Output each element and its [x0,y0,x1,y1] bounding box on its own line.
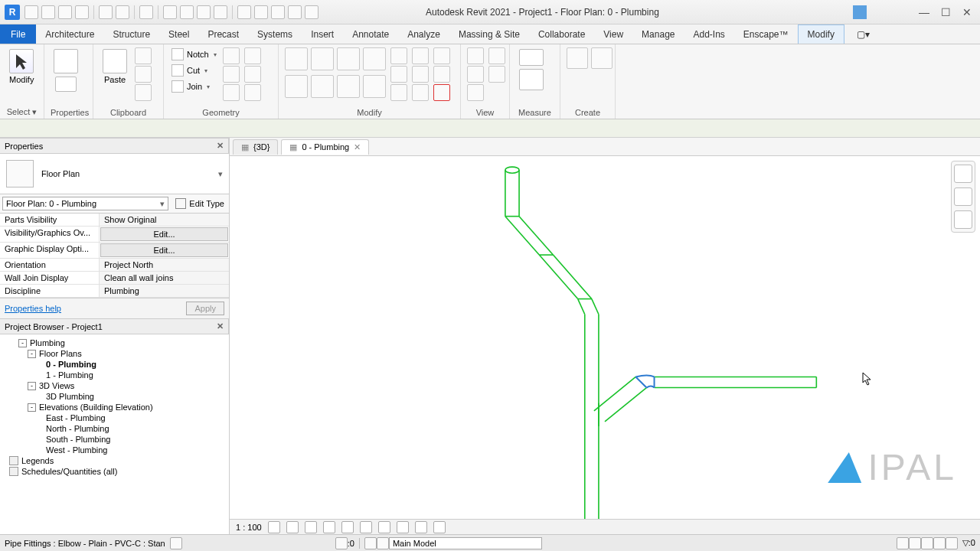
offset-icon[interactable] [311,75,334,98]
tab-collaborate[interactable]: Collaborate [529,24,594,44]
sun-path-icon[interactable] [305,521,317,533]
copy-clipboard-icon[interactable] [135,66,152,83]
tab-systems[interactable]: Systems [248,24,302,44]
drawing-canvas[interactable]: IPAL [230,156,980,519]
crop-view-icon[interactable] [341,521,354,533]
close-icon[interactable]: ✕ [354,142,361,152]
trim-icon[interactable] [390,66,407,83]
select-underlay-icon[interactable] [909,537,921,549]
measure-button[interactable] [516,47,547,92]
reveal-hidden-icon[interactable] [397,521,409,533]
user-icon[interactable] [853,5,867,19]
project-browser-header[interactable]: Project Browser - Project1✕ [0,318,229,334]
qat-undo-icon[interactable] [99,5,113,19]
qat-open-icon[interactable] [41,5,55,19]
apply-button[interactable]: Apply [186,302,224,315]
tab-manage[interactable]: Manage [632,24,684,44]
scale-control[interactable]: 1 : 100 [236,523,262,532]
rotate2-icon[interactable] [337,75,360,98]
geom-f-icon[interactable] [244,84,261,101]
create-a-icon[interactable] [567,47,588,69]
visual-style-icon[interactable] [286,521,299,533]
tree-node[interactable]: -3D Views [0,380,229,391]
view-d-icon[interactable] [488,47,505,64]
pan-icon[interactable] [954,210,972,229]
join-button[interactable]: Join [170,80,218,93]
view-e-icon[interactable] [488,66,505,83]
qat-save-icon[interactable] [58,5,72,19]
maximize-button[interactable]: ☐ [939,6,952,18]
view-a-icon[interactable] [467,47,484,64]
tab-architecture[interactable]: Architecture [36,24,103,44]
view-tab[interactable]: ▦{3D} [233,139,278,155]
qat-new-icon[interactable] [24,5,38,19]
move-icon[interactable] [285,47,308,70]
tree-node[interactable]: North - Plumbing [0,423,229,434]
property-row[interactable]: OrientationProject North [0,259,229,272]
modify-tool-button[interactable]: Modify [6,47,37,86]
rotate-icon[interactable] [337,47,360,70]
view-tab[interactable]: ▦0 - Plumbing✕ [281,139,369,155]
workset-icon[interactable] [364,537,377,549]
tree-node[interactable]: South - Plumbing [0,434,229,445]
array-icon[interactable] [412,47,429,64]
type-selector[interactable]: Floor Plan ▾ [0,154,229,194]
delete-icon[interactable] [433,84,450,101]
qat-print-icon[interactable] [139,5,153,19]
property-row[interactable]: DisciplinePlumbing [0,285,229,298]
ribbon-expand-icon[interactable]: ▢▾ [848,24,879,44]
property-row[interactable]: Graphic Display Opti...Edit... [0,243,229,259]
tree-node[interactable]: -Floor Plans [0,348,229,359]
close-icon[interactable]: ✕ [217,141,224,151]
cut-button[interactable]: Cut [170,64,218,77]
tab-analyze[interactable]: Analyze [398,24,449,44]
qat-tag-icon[interactable] [197,5,211,19]
view-b-icon[interactable] [467,66,484,83]
tab-steel[interactable]: Steel [159,24,198,44]
group-icon[interactable] [433,66,450,83]
tab-add-ins[interactable]: Add-Ins [684,24,733,44]
tree-node[interactable]: Legends [0,455,229,466]
property-row[interactable]: Visibility/Graphics Ov...Edit... [0,227,229,243]
crop-region-icon[interactable] [360,521,372,533]
mirror-icon[interactable] [363,47,386,70]
panel-label-select[interactable]: Select ▾ [6,106,38,117]
match-type-icon[interactable] [135,84,152,101]
geom-e-icon[interactable] [244,66,261,83]
tab-annotate[interactable]: Annotate [343,24,398,44]
tree-node[interactable]: -Elevations (Building Elevation) [0,402,229,412]
notch-button[interactable]: Notch [170,47,218,61]
drag-elements-icon[interactable] [946,537,958,549]
tab-view[interactable]: View [594,24,632,44]
geom-c-icon[interactable] [223,84,240,101]
qat-text-icon[interactable] [214,5,227,19]
shadows-icon[interactable] [323,521,335,533]
create-b-icon[interactable] [591,47,612,69]
property-row[interactable]: Parts VisibilityShow Original [0,214,229,227]
geom-a-icon[interactable] [223,47,240,64]
tree-node[interactable]: 3D Plumbing [0,391,229,402]
qat-thin-icon[interactable] [271,5,285,19]
filter-count[interactable]: ▽:0 [962,538,975,548]
select-link-icon[interactable] [335,537,348,549]
select-pinned-icon[interactable] [921,537,933,549]
home-view-icon[interactable] [954,165,972,183]
select-links-icon[interactable] [897,537,909,549]
qat-close-hidden-icon[interactable] [288,5,302,19]
properties-button[interactable] [51,47,81,93]
instance-combo[interactable]: Floor Plan: 0 - Plumbing [2,197,168,210]
edit-type-button[interactable]: Edit Type [171,194,229,213]
properties-panel-header[interactable]: Properties✕ [0,138,229,154]
search-icon[interactable] [831,5,845,19]
constraints-icon[interactable] [433,521,446,533]
geom-b-icon[interactable] [223,66,240,83]
worksharing-icon[interactable] [415,521,427,533]
close-icon[interactable]: ✕ [217,321,224,331]
qat-3d-icon[interactable] [237,5,251,19]
qat-measure-icon[interactable] [163,5,177,19]
property-row[interactable]: Wall Join DisplayClean all wall joins [0,272,229,285]
hide-isolate-icon[interactable] [378,521,390,533]
properties-help-link[interactable]: Properties help [5,304,61,313]
close-button[interactable]: ✕ [960,6,974,18]
tree-node[interactable]: -Plumbing [0,337,229,348]
